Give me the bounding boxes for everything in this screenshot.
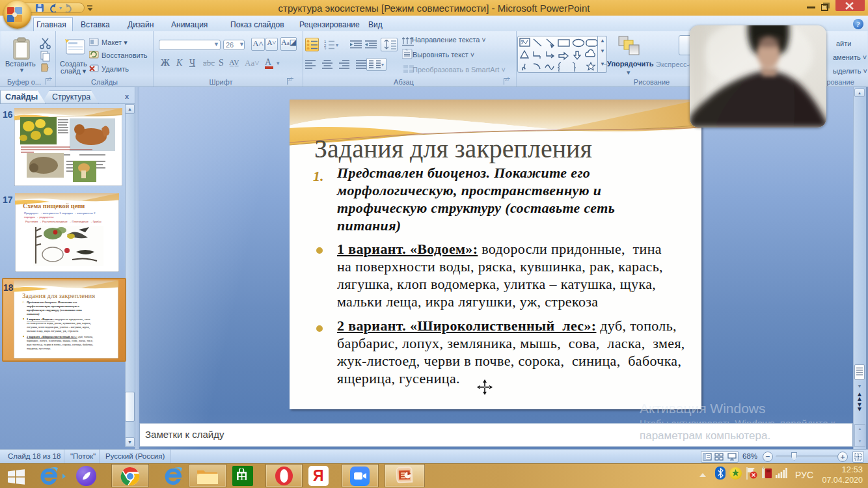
svg-text:морфологическую, пространствен: морфологическую, пространственную и [26, 305, 79, 308]
svg-text:Растения → Растительноядные →: Растения → Растительноядные → Плотоядные… [25, 220, 102, 223]
svg-text:Схема пищевой цепи: Схема пищевой цепи [23, 202, 85, 210]
svg-text:трофическую структуру (составь: трофическую структуру (составьте сеть [27, 308, 82, 312]
svg-text:▾: ▾ [277, 60, 280, 66]
svg-text:Продуцент → консументы 1 поряд: Продуцент → консументы 1 порядка → консу… [24, 211, 96, 215]
svg-text:▾: ▾ [59, 5, 62, 11]
svg-text:питания): питания) [27, 312, 40, 316]
svg-text:Задания для закрепления: Задания для закрепления [22, 292, 95, 299]
svg-text:порядка → редуценты: порядка → редуценты [24, 215, 53, 219]
svg-text:▾: ▾ [381, 62, 384, 68]
svg-text:Представлен биоценоз. Покажите: Представлен биоценоз. Покажите его [26, 301, 77, 304]
svg-text:A: A [265, 57, 272, 67]
svg-text:1.: 1. [22, 301, 25, 304]
svg-text:3: 3 [324, 47, 327, 49]
svg-text:▾: ▾ [336, 42, 338, 48]
